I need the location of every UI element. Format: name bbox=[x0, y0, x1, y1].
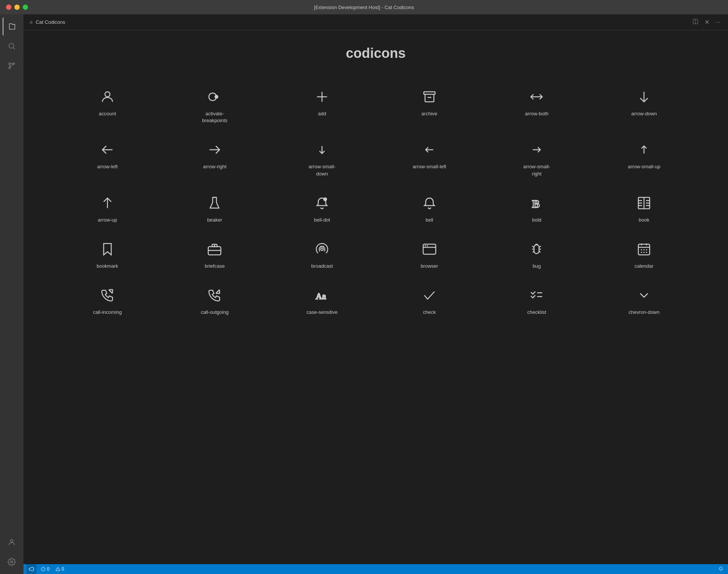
sidebar-item-source-control[interactable] bbox=[3, 57, 21, 75]
page-title: codicons bbox=[54, 45, 698, 61]
icon-item-bookmark[interactable]: bookmark bbox=[54, 233, 161, 279]
svg-point-6 bbox=[11, 561, 13, 563]
archive-label: archive bbox=[422, 110, 437, 117]
arrow-small-right-label: arrow-small-right bbox=[523, 163, 551, 177]
svg-point-42 bbox=[425, 245, 426, 246]
icon-item-arrow-up[interactable]: arrow-up bbox=[54, 186, 161, 233]
icon-item-arrow-right[interactable]: arrow-right bbox=[161, 133, 269, 186]
icon-item-checklist[interactable]: checklist bbox=[483, 279, 591, 325]
sidebar-item-settings[interactable] bbox=[3, 553, 21, 571]
icon-item-broadcast[interactable]: broadcast bbox=[268, 233, 376, 279]
icon-item-arrow-down[interactable]: arrow-down bbox=[590, 80, 698, 133]
statusbar-errors[interactable]: 0 bbox=[39, 566, 51, 572]
main-panel: ≡ Cat Codicons ✕ ··· codicons bbox=[23, 14, 728, 574]
arrow-small-down-icon bbox=[314, 142, 330, 157]
panel-actions: ✕ ··· bbox=[691, 17, 722, 28]
sidebar-item-explorer[interactable] bbox=[3, 17, 21, 36]
icon-item-call-incoming[interactable]: call-incoming bbox=[54, 279, 161, 325]
svg-rect-14 bbox=[424, 92, 435, 95]
calendar-label: calendar bbox=[635, 263, 653, 270]
arrow-small-up-icon bbox=[636, 142, 652, 157]
content-area[interactable]: codicons account bbox=[23, 30, 728, 564]
beaker-icon bbox=[207, 195, 222, 211]
browser-icon bbox=[422, 242, 437, 257]
icon-item-bug[interactable]: bug bbox=[483, 233, 591, 279]
bookmark-icon bbox=[100, 242, 115, 257]
icon-item-check[interactable]: check bbox=[376, 279, 483, 325]
svg-text:Aa: Aa bbox=[316, 291, 326, 301]
arrow-small-down-label: arrow-small-down bbox=[308, 163, 336, 177]
icon-item-bold[interactable]: B bold bbox=[483, 186, 591, 233]
bell-label: bell bbox=[426, 217, 433, 223]
icon-item-arrow-both[interactable]: arrow-both bbox=[483, 80, 591, 133]
account-label: account bbox=[99, 110, 116, 117]
icon-item-arrow-small-left[interactable]: arrow-small-left bbox=[376, 133, 483, 186]
svg-line-55 bbox=[216, 290, 220, 293]
arrow-right-icon bbox=[207, 142, 222, 157]
bookmark-label: bookmark bbox=[96, 263, 118, 270]
icon-item-chevron-down[interactable]: chevron-down bbox=[590, 279, 698, 325]
activate-breakpoints-label: activate-breakpoints bbox=[202, 110, 227, 124]
statusbar-notifications[interactable] bbox=[717, 566, 725, 572]
icon-item-book[interactable]: book bbox=[590, 186, 698, 233]
arrow-small-left-icon bbox=[422, 142, 437, 157]
book-icon bbox=[636, 195, 652, 211]
sidebar-item-account[interactable] bbox=[3, 533, 21, 551]
icon-item-bell[interactable]: bell bbox=[376, 186, 483, 233]
svg-point-43 bbox=[426, 245, 428, 246]
icon-item-calendar[interactable]: calendar bbox=[590, 233, 698, 279]
statusbar-vscode-icon[interactable] bbox=[26, 564, 36, 574]
minimize-button[interactable] bbox=[14, 5, 20, 10]
icon-item-arrow-small-up[interactable]: arrow-small-up bbox=[590, 133, 698, 186]
bug-icon bbox=[529, 242, 544, 257]
maximize-button[interactable] bbox=[23, 5, 28, 10]
close-button[interactable] bbox=[6, 5, 11, 10]
calendar-icon bbox=[636, 242, 652, 257]
panel-header: ≡ Cat Codicons ✕ ··· bbox=[23, 14, 728, 30]
bell-dot-icon bbox=[314, 195, 330, 211]
more-actions-icon[interactable]: ··· bbox=[714, 17, 722, 27]
icon-item-add[interactable]: add bbox=[268, 80, 376, 133]
bold-label: bold bbox=[532, 217, 541, 223]
archive-icon bbox=[422, 89, 437, 104]
icon-item-case-sensitive[interactable]: Aa case-sensitive bbox=[268, 279, 376, 325]
call-outgoing-label: call-outgoing bbox=[201, 309, 229, 316]
icon-item-call-outgoing[interactable]: call-outgoing bbox=[161, 279, 269, 325]
icon-item-arrow-small-right[interactable]: arrow-small-right bbox=[483, 133, 591, 186]
icon-item-activate-breakpoints[interactable]: activate-breakpoints bbox=[161, 80, 269, 133]
icon-item-arrow-small-down[interactable]: arrow-small-down bbox=[268, 133, 376, 186]
icon-item-arrow-left[interactable]: arrow-left bbox=[54, 133, 161, 186]
call-incoming-label: call-incoming bbox=[93, 309, 122, 316]
broadcast-label: broadcast bbox=[311, 263, 333, 270]
svg-point-11 bbox=[215, 95, 218, 99]
activity-bar-top bbox=[3, 17, 21, 533]
statusbar-warnings[interactable]: 0 bbox=[54, 566, 66, 572]
arrow-small-right-icon bbox=[529, 142, 544, 157]
icon-item-beaker[interactable]: beaker bbox=[161, 186, 269, 233]
arrow-left-icon bbox=[100, 142, 115, 157]
sidebar-item-search[interactable] bbox=[3, 37, 21, 55]
icon-item-browser[interactable]: browser bbox=[376, 233, 483, 279]
titlebar-title: [Extension Development Host] - Cat Codic… bbox=[314, 5, 414, 10]
chevron-down-label: chevron-down bbox=[628, 309, 660, 316]
icon-item-archive[interactable]: archive bbox=[376, 80, 483, 133]
icon-item-account[interactable]: account bbox=[54, 80, 161, 133]
arrow-up-icon bbox=[100, 195, 115, 211]
close-editor-icon[interactable]: ✕ bbox=[703, 17, 711, 27]
icons-grid: account activate-breakpoints bbox=[54, 80, 698, 325]
arrow-small-up-label: arrow-small-up bbox=[628, 163, 660, 170]
bold-icon: B bbox=[529, 195, 544, 211]
icon-item-bell-dot[interactable]: bell-dot bbox=[268, 186, 376, 233]
icon-item-briefcase[interactable]: briefcase bbox=[161, 233, 269, 279]
statusbar-left: 0 0 bbox=[26, 564, 65, 574]
app-container: ≡ Cat Codicons ✕ ··· codicons bbox=[0, 14, 728, 574]
account-icon bbox=[100, 89, 115, 104]
call-outgoing-icon bbox=[207, 288, 222, 303]
svg-point-2 bbox=[9, 63, 11, 65]
briefcase-label: briefcase bbox=[205, 263, 225, 270]
split-editor-icon[interactable] bbox=[691, 17, 700, 28]
book-label: book bbox=[639, 217, 649, 223]
arrow-down-label: arrow-down bbox=[631, 110, 657, 117]
panel-menu-icon[interactable]: ≡ bbox=[30, 19, 33, 25]
statusbar: 0 0 bbox=[23, 564, 728, 574]
